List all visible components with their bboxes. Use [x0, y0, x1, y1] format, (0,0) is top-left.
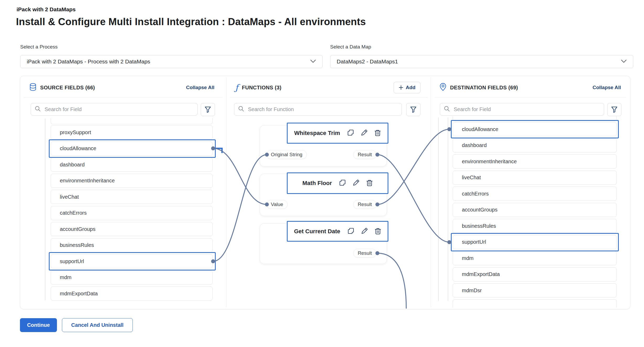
- add-function-button[interactable]: Add: [394, 82, 420, 93]
- search-icon: [444, 106, 450, 113]
- function-input-port[interactable]: Value: [266, 200, 288, 209]
- continue-button[interactable]: Continue: [20, 318, 57, 332]
- function-input-port[interactable]: Original String: [266, 150, 307, 159]
- search-icon: [238, 106, 244, 113]
- destination-search[interactable]: [440, 103, 604, 116]
- destination-field-item[interactable]: mdmExportData: [453, 267, 617, 281]
- tree-guide-line: [438, 117, 439, 301]
- panel-divider: [431, 77, 431, 307]
- destination-field-item[interactable]: accountGroups: [453, 203, 617, 217]
- function-card-header: Get Current Date: [287, 221, 388, 242]
- source-panel-title: SOURCE FIELDS (66): [40, 85, 95, 91]
- function-card-header: Whitespace Trim: [287, 123, 388, 144]
- destination-filter-button[interactable]: [607, 103, 621, 116]
- datamap-select-value: DataMaps2 - DataMaps1: [337, 58, 621, 65]
- partial-field-row: [51, 118, 213, 124]
- destination-field-item[interactable]: cloudAllowance: [453, 122, 617, 136]
- functions-search[interactable]: [234, 103, 402, 116]
- source-filter-button[interactable]: [201, 103, 215, 116]
- tree-guide-line: [45, 118, 45, 300]
- source-collapse-all-button[interactable]: Collapse All: [186, 85, 214, 90]
- tree-guide-line: [448, 117, 448, 301]
- function-output-port[interactable]: Result: [353, 150, 376, 159]
- source-field-item[interactable]: liveChat: [51, 190, 213, 204]
- source-field-item[interactable]: dashboard: [51, 158, 213, 172]
- function-output-port[interactable]: Result: [353, 249, 376, 258]
- divider: [230, 97, 427, 97]
- edit-icon: [361, 227, 368, 235]
- source-field-item[interactable]: accountGroups: [51, 222, 213, 236]
- source-field-item[interactable]: mdm: [51, 270, 213, 285]
- functions-search-input[interactable]: [247, 106, 398, 113]
- destination-field-item[interactable]: mdmDsr: [453, 283, 617, 297]
- functions-panel-header: ƒ FUNCTIONS (3) Add: [235, 82, 420, 93]
- process-select-value: iPack with 2 DataMaps - Process with 2 D…: [27, 58, 310, 65]
- plus-icon: [399, 85, 403, 90]
- delete-icon: [374, 227, 381, 235]
- location-pin-icon: [440, 83, 446, 92]
- chevron-down-icon: [310, 59, 316, 64]
- source-search-input[interactable]: [44, 106, 194, 113]
- divider: [24, 97, 223, 97]
- copy-icon[interactable]: [347, 129, 354, 137]
- function-output-port[interactable]: Result: [353, 200, 376, 209]
- destination-field-item[interactable]: dashboard: [453, 138, 617, 153]
- functions-filter-button[interactable]: [406, 103, 420, 116]
- search-icon: [35, 106, 41, 113]
- delete-icon[interactable]: [374, 227, 381, 236]
- source-field-item[interactable]: businessRules: [51, 238, 213, 252]
- destination-panel-header: DESTINATION FIELDS (69) Collapse All: [440, 82, 621, 93]
- destination-field-item[interactable]: environmentInheritance: [453, 154, 617, 169]
- partial-field-row: [453, 299, 617, 308]
- copy-icon: [339, 179, 346, 186]
- function-title: Math Floor: [302, 180, 332, 187]
- process-select-label: Select a Process: [20, 44, 58, 50]
- function-icon: ƒ: [235, 84, 238, 91]
- source-panel-header: SOURCE FIELDS (66) Collapse All: [29, 82, 214, 93]
- breadcrumb: iPack with 2 DataMaps: [17, 6, 76, 13]
- source-field-item[interactable]: supportUrl: [51, 254, 213, 268]
- copy-icon[interactable]: [347, 227, 355, 236]
- source-field-item[interactable]: mdmExportData: [51, 286, 213, 301]
- copy-icon[interactable]: [339, 179, 346, 187]
- database-icon: [29, 83, 36, 92]
- destination-collapse-all-button[interactable]: Collapse All: [593, 85, 621, 90]
- copy-icon: [347, 129, 354, 136]
- edit-icon[interactable]: [352, 179, 360, 187]
- destination-field-item[interactable]: catchErrors: [453, 187, 617, 201]
- edit-icon: [361, 129, 368, 136]
- edit-icon[interactable]: [361, 129, 368, 137]
- source-field-item[interactable]: proxySupport: [51, 125, 213, 139]
- source-search[interactable]: [31, 103, 198, 116]
- datamap-select[interactable]: DataMaps2 - DataMaps1: [330, 55, 633, 68]
- destination-search-input[interactable]: [453, 106, 600, 113]
- datamap-select-label: Select a Data Map: [330, 44, 371, 50]
- function-title: Get Current Date: [294, 228, 340, 235]
- source-field-item[interactable]: environmentInheritance: [51, 174, 213, 188]
- destination-field-item[interactable]: liveChat: [453, 171, 617, 185]
- partial-field-row: [453, 116, 617, 121]
- source-field-item[interactable]: cloudAllowance: [51, 142, 213, 156]
- page-title: Install & Configure Multi Install Integr…: [16, 16, 366, 28]
- delete-icon: [366, 179, 373, 186]
- destination-field-item[interactable]: supportUrl: [453, 235, 617, 249]
- edit-icon: [352, 179, 360, 186]
- edit-icon[interactable]: [361, 227, 368, 236]
- panel-divider: [226, 77, 226, 307]
- delete-icon[interactable]: [366, 179, 373, 187]
- function-title: Whitespace Trim: [294, 130, 340, 137]
- chevron-down-icon: [621, 59, 627, 64]
- destination-panel-title: DESTINATION FIELDS (69): [450, 85, 518, 91]
- destination-field-item[interactable]: mdm: [453, 251, 617, 265]
- copy-icon: [347, 227, 355, 235]
- delete-icon: [374, 129, 381, 136]
- cancel-and-uninstall-button[interactable]: Cancel And Uninstall: [62, 318, 133, 332]
- source-field-item[interactable]: catchErrors: [51, 206, 213, 220]
- function-card-header: Math Floor: [287, 172, 388, 194]
- functions-panel-title: FUNCTIONS (3): [242, 85, 282, 91]
- process-select[interactable]: iPack with 2 DataMaps - Process with 2 D…: [20, 55, 323, 68]
- divider: [435, 97, 626, 97]
- delete-icon[interactable]: [374, 129, 381, 137]
- destination-field-item[interactable]: businessRules: [453, 219, 617, 233]
